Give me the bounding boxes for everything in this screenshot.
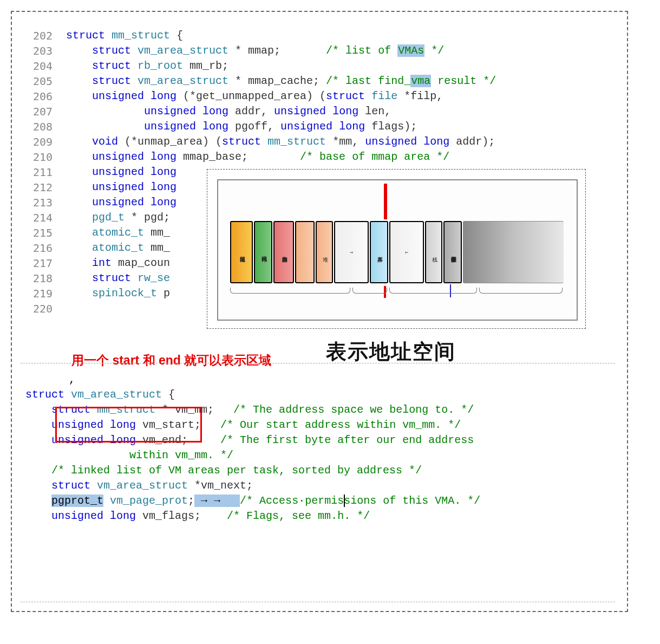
memory-segment: ⇒ <box>334 221 369 283</box>
annotation-row: 用一个 start 和 end 就可以表示区域 <box>55 352 271 369</box>
memory-segment: 共享库 <box>370 221 388 283</box>
line-number: 219 <box>23 286 66 301</box>
line-number: 206 <box>23 89 66 104</box>
line-number: 213 <box>23 195 66 210</box>
code-line: unsigned long vm_end; /* The first byte … <box>25 433 480 448</box>
line-number: 209 <box>23 134 66 149</box>
code-line: /* linked list of VM areas per task, sor… <box>25 463 480 478</box>
big-title: 表示地址空间 <box>326 338 456 366</box>
code-line: 210 unsigned long mmap_base; /* base of … <box>23 149 616 165</box>
outer-dashed-frame: 202struct mm_struct {203 struct vm_area_… <box>11 11 628 612</box>
memory-segment <box>463 221 564 283</box>
line-number: 218 <box>23 271 66 286</box>
line-number: 215 <box>23 225 66 240</box>
memory-segment: 保留区域 <box>230 221 253 283</box>
line-number: 207 <box>23 104 66 119</box>
memory-segment: 程序代码 <box>254 221 272 283</box>
code-line: struct vm_area_struct { <box>25 387 480 402</box>
memory-segments-bar: 保留区域程序代码数据内存块堆⇒共享库⇐栈命令行参数环境变量 <box>230 221 565 283</box>
brace-row <box>230 288 565 295</box>
line-number: 203 <box>23 43 66 58</box>
line-number: 214 <box>23 210 66 225</box>
code-line: , <box>25 372 480 387</box>
line-number: 216 <box>23 240 66 256</box>
code-line: 205 struct vm_area_struct * mmap_cache; … <box>23 74 616 89</box>
line-number: 205 <box>23 74 66 89</box>
code-line: within vm_mm. */ <box>25 448 480 463</box>
line-number: 208 <box>23 119 66 134</box>
memory-segment: 堆 <box>316 221 333 283</box>
code-line: 204 struct rb_root mm_rb; <box>23 58 616 74</box>
code-line: 206 unsigned long (*get_unmapped_area) (… <box>23 89 616 104</box>
code-line: unsigned long vm_flags; /* Flags, see mm… <box>25 509 480 524</box>
memory-layout-overlay: 保留区域程序代码数据内存块堆⇒共享库⇐栈命令行参数环境变量 <box>207 169 586 329</box>
code-line: struct mm_struct * vm_mm; /* The address… <box>25 402 480 418</box>
line-number: 212 <box>23 180 66 195</box>
code-line: struct vm_area_struct *vm_next; <box>25 478 480 493</box>
memory-segment: 栈 <box>425 221 442 283</box>
line-number: 210 <box>23 149 66 165</box>
line-number: 204 <box>23 58 66 74</box>
red-annotation-text: 用一个 start 和 end 就可以表示区域 <box>71 352 271 369</box>
line-number: 217 <box>23 256 66 271</box>
code-line: 208 unsigned long pgoff, unsigned long f… <box>23 119 616 134</box>
code-line: 203 struct vm_area_struct * mmap; /* lis… <box>23 43 616 58</box>
code-line: unsigned long vm_start; /* Our start add… <box>25 418 480 433</box>
memory-layout-box: 保留区域程序代码数据内存块堆⇒共享库⇐栈命令行参数环境变量 <box>217 179 578 321</box>
red-marker-top <box>384 184 387 219</box>
memory-segment: 命令行参数环境变量 <box>443 221 462 283</box>
line-number: 202 <box>23 28 66 43</box>
memory-segment: ⇐ <box>389 221 424 283</box>
line-number: 211 <box>23 165 66 180</box>
code-line: 202struct mm_struct { <box>23 28 616 43</box>
memory-segment <box>295 221 315 283</box>
memory-segment: 数据内存块 <box>273 221 294 283</box>
line-number: 220 <box>23 301 66 316</box>
code-block-vm-area-struct: ,struct vm_area_struct { struct mm_struc… <box>25 372 480 524</box>
code-line: 209 void (*unmap_area) (struct mm_struct… <box>23 134 616 149</box>
code-line: 207 unsigned long addr, unsigned long le… <box>23 104 616 119</box>
code-line: pgprot_t vm_page_prot; → → /* Access·per… <box>25 493 480 509</box>
